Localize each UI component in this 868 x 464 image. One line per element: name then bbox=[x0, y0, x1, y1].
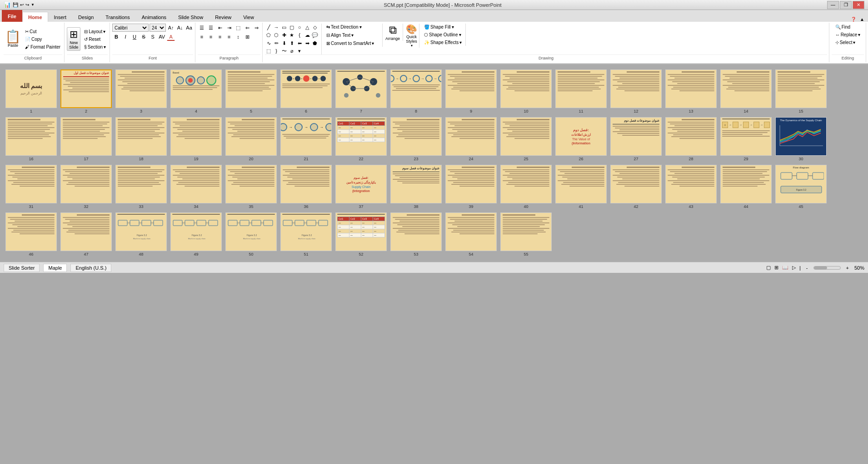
slide-thumb[interactable]: Figure 3.2 Machine supply chain 50 bbox=[225, 212, 277, 257]
slide-thumb[interactable]: □ → → → → 29 bbox=[720, 117, 772, 161]
layout-button[interactable]: ⊟ Layout ▾ bbox=[82, 28, 108, 35]
zoom-out-button[interactable]: - bbox=[804, 265, 810, 271]
font-shrink-button[interactable]: A↓ bbox=[176, 24, 184, 32]
slide-thumb[interactable]: 16 bbox=[5, 117, 57, 161]
shape-cylinder[interactable]: ⌀ bbox=[288, 47, 295, 54]
shape-fill-button[interactable]: 🪣 Shape Fill ▾ bbox=[422, 24, 464, 30]
slide-thumb[interactable]: → → → 21 bbox=[280, 117, 332, 161]
shape-wave[interactable]: 〜 bbox=[280, 47, 288, 54]
shape-frame[interactable]: ⬚ bbox=[265, 47, 272, 54]
quick-access-redo[interactable]: ↪ bbox=[25, 2, 29, 7]
align-right-button[interactable]: ≡ bbox=[216, 33, 224, 41]
quick-access-customize[interactable]: ▼ bbox=[31, 3, 35, 7]
align-left-button[interactable]: ≡ bbox=[198, 33, 206, 41]
quick-access-save[interactable]: 💾 bbox=[13, 2, 18, 7]
tab-transitions[interactable]: Transitions bbox=[100, 12, 135, 22]
strikethrough-button[interactable]: S bbox=[140, 33, 148, 41]
slide-thumb[interactable]: 34 bbox=[170, 165, 222, 209]
tab-view[interactable]: View bbox=[237, 12, 260, 22]
shape-freeform[interactable]: ✏ bbox=[273, 39, 280, 47]
shape-pentagon[interactable]: ⬠ bbox=[265, 31, 272, 39]
slide-thumb[interactable]: 36 bbox=[280, 165, 332, 209]
slide-thumb[interactable]: 9 bbox=[445, 69, 497, 114]
slide-thumb[interactable]: 33 bbox=[115, 165, 167, 209]
shape-cloud[interactable]: ☁ bbox=[304, 31, 311, 39]
section-button[interactable]: § Section ▾ bbox=[82, 44, 108, 50]
indent-decrease-button[interactable]: ⇤ bbox=[216, 24, 224, 32]
shape-left-arrow[interactable]: ⬅ bbox=[296, 39, 303, 47]
minimize-button[interactable]: — bbox=[827, 1, 839, 9]
shape-right-arrow[interactable]: ➡ bbox=[304, 39, 311, 47]
italic-button[interactable]: I bbox=[121, 33, 130, 41]
clear-format-button[interactable]: Aa bbox=[185, 24, 193, 32]
text-direction-button[interactable]: ⇆ Text Direction ▾ bbox=[324, 24, 380, 30]
arrange-button[interactable]: ⧉ Arrange bbox=[384, 24, 403, 41]
columns-button[interactable]: ⬚ bbox=[234, 24, 242, 32]
close-button[interactable]: ✕ bbox=[853, 1, 864, 9]
find-button[interactable]: 🔍 Find bbox=[833, 24, 852, 30]
slide-thumb[interactable]: Col1 Col2 Col3 Col4 ———— ———— ———— ———— … bbox=[335, 212, 387, 257]
quick-access-undo[interactable]: ↩ bbox=[20, 2, 24, 7]
align-text-button[interactable]: ⊟ Align Text ▾ bbox=[324, 32, 380, 39]
rtl-button[interactable]: ⇐ bbox=[243, 24, 251, 32]
shape-effects-button[interactable]: ✨ Shape Effects ▾ bbox=[422, 39, 464, 46]
view-slideshow-icon[interactable]: ▷ bbox=[792, 265, 796, 271]
bullets-button[interactable]: ☰ bbox=[198, 24, 206, 32]
tab-insert[interactable]: Insert bbox=[48, 12, 73, 22]
shape-triangle[interactable]: △ bbox=[304, 24, 311, 31]
convert-smartart-button[interactable]: ⊠ Convert to SmartArt ▾ bbox=[324, 40, 380, 47]
shape-star[interactable]: ★ bbox=[288, 31, 295, 39]
slide-thumb[interactable]: → → → → 8 bbox=[390, 69, 442, 114]
slide-thumb[interactable]: 23 bbox=[390, 117, 442, 161]
tab-file[interactable]: File bbox=[2, 10, 22, 22]
slide-thumb[interactable]: 13 bbox=[665, 69, 717, 114]
bold-button[interactable]: B bbox=[112, 33, 120, 41]
tab-review[interactable]: Review bbox=[209, 12, 237, 22]
zoom-in-button[interactable]: + bbox=[844, 265, 851, 271]
slide-thumb[interactable]: Figure 3.2 Machine supply chain 51 bbox=[280, 212, 332, 257]
slide-thumb[interactable]: 53 bbox=[390, 212, 442, 257]
slide-thumb[interactable]: 15 bbox=[775, 69, 827, 114]
slide-thumb[interactable]: 41 bbox=[555, 165, 607, 209]
slide-thumb[interactable]: 14 bbox=[720, 69, 772, 114]
justify-button[interactable]: ≡ bbox=[225, 33, 233, 41]
tab-design[interactable]: Design bbox=[72, 12, 100, 22]
tab-animations[interactable]: Animations bbox=[136, 12, 172, 22]
slide-thumb[interactable]: عنوان موضوعات فصل سوم 38 bbox=[390, 165, 442, 209]
slide-thumb[interactable]: 31 bbox=[5, 165, 57, 209]
slide-thumb[interactable]: 7 bbox=[335, 69, 387, 114]
slide-thumb[interactable]: 28 bbox=[665, 117, 717, 161]
shape-notch[interactable]: ⬟ bbox=[311, 39, 319, 47]
slide-thumb[interactable]: 54 bbox=[445, 212, 497, 257]
shape-hex[interactable]: ⬡ bbox=[273, 31, 280, 39]
slide-thumb[interactable]: 40 bbox=[500, 165, 552, 209]
slide-thumb[interactable]: فصل دوم: ارزش اطلاعات The Value of (Info… bbox=[555, 117, 607, 161]
ribbon-toggle[interactable]: ▲ bbox=[858, 17, 866, 22]
cut-button[interactable]: ✂ Cut bbox=[23, 28, 62, 35]
copy-button[interactable]: 📄 Copy bbox=[23, 36, 62, 43]
line-spacing-button[interactable]: ↕ bbox=[234, 33, 242, 41]
shadow-button[interactable]: S bbox=[149, 33, 157, 41]
tab-slideshow[interactable]: Slide Show bbox=[172, 12, 209, 22]
shape-up-arrow[interactable]: ⬆ bbox=[288, 39, 295, 47]
slide-thumb[interactable]: 35 bbox=[225, 165, 277, 209]
slide-thumb[interactable]: 17 bbox=[60, 117, 112, 161]
shape-curve[interactable]: ∿ bbox=[265, 39, 272, 47]
slide-thumb[interactable]: 42 bbox=[610, 165, 662, 209]
format-painter-button[interactable]: 🖌 Format Painter bbox=[23, 44, 62, 50]
view-normal-icon[interactable]: ▢ bbox=[766, 265, 771, 271]
shape-line[interactable]: ╱ bbox=[265, 24, 272, 31]
shape-oval[interactable]: ○ bbox=[296, 24, 303, 31]
spacing-button[interactable]: AV bbox=[158, 33, 166, 41]
shape-plus[interactable]: ✚ bbox=[280, 31, 288, 39]
shape-outline-button[interactable]: ⬡ Shape Outline ▾ bbox=[422, 31, 464, 38]
slide-thumb[interactable]: 55 bbox=[500, 212, 552, 257]
paste-button[interactable]: 📋 Paste bbox=[4, 29, 22, 49]
slide-thumb[interactable]: 20 bbox=[225, 117, 277, 161]
indent-increase-button[interactable]: ⇥ bbox=[225, 24, 233, 32]
replace-button[interactable]: ↔ Replace ▾ bbox=[833, 31, 863, 38]
slide-thumb[interactable]: فصل سوم: یکپارچگی زنجیره تامین Supply Ch… bbox=[335, 165, 387, 209]
shape-down-arrow[interactable]: ⬇ bbox=[280, 39, 288, 47]
slide-thumb[interactable]: 25 bbox=[500, 117, 552, 161]
new-slide-button[interactable]: ⊞ NewSlide bbox=[67, 27, 80, 51]
